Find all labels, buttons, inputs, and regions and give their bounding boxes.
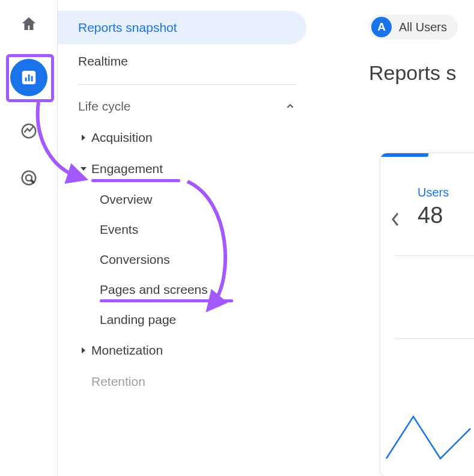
- nav-realtime[interactable]: Realtime: [58, 44, 306, 78]
- advertising-icon[interactable]: [17, 166, 41, 190]
- chevron-left-icon[interactable]: [390, 211, 401, 230]
- card-divider: [395, 255, 474, 256]
- metric-card: Users 48: [380, 153, 474, 476]
- caret-down-icon: [76, 166, 91, 172]
- reports-icon[interactable]: [10, 59, 47, 96]
- nav-label: Monetization: [91, 343, 163, 358]
- nav-label: Events: [100, 222, 138, 237]
- explore-icon[interactable]: [17, 119, 41, 143]
- audience-chip[interactable]: A All Users: [369, 14, 458, 40]
- metric-label: Users: [418, 186, 449, 200]
- nav-label: Engagement: [91, 162, 163, 176]
- reports-nav-panel: Reports snapshot Realtime Life cycle Acq…: [58, 0, 315, 476]
- nav-cat-engagement[interactable]: Engagement: [58, 153, 315, 185]
- caret-right-icon: [76, 347, 91, 354]
- nav-label: Reports snapshot: [78, 20, 177, 35]
- chip-badge: A: [371, 17, 392, 37]
- metric-value: 48: [418, 203, 443, 228]
- nav-sub-conversions[interactable]: Conversions: [58, 245, 315, 275]
- svg-rect-2: [28, 75, 29, 81]
- svg-rect-1: [25, 78, 26, 81]
- nav-section-label: Life cycle: [78, 99, 131, 114]
- nav-label: Acquisition: [91, 130, 153, 145]
- nav-cat-monetization[interactable]: Monetization: [58, 335, 315, 366]
- nav-cat-retention[interactable]: Retention: [58, 366, 315, 397]
- nav-label: Overview: [100, 192, 153, 207]
- svg-rect-3: [31, 76, 32, 82]
- page-title: Reports s: [369, 61, 474, 85]
- annotation-underline-engagement: [91, 179, 180, 182]
- caret-right-icon: [76, 134, 91, 141]
- card-divider: [395, 338, 474, 339]
- svg-point-6: [26, 175, 32, 181]
- nav-label: Landing page: [100, 313, 176, 327]
- nav-cat-acquisition[interactable]: Acquisition: [58, 122, 315, 153]
- home-icon[interactable]: [17, 12, 41, 36]
- left-icon-rail: [0, 0, 58, 476]
- nav-reports-snapshot[interactable]: Reports snapshot: [58, 11, 306, 44]
- chevron-up-icon: [284, 100, 297, 113]
- chip-letter: A: [377, 20, 386, 34]
- card-active-tab-indicator: [380, 153, 428, 157]
- nav-label: Realtime: [78, 54, 128, 69]
- nav-sub-pages-and-screens[interactable]: Pages and screens: [58, 275, 315, 305]
- nav-label: Conversions: [100, 252, 170, 267]
- nav-sub-overview[interactable]: Overview: [58, 185, 315, 215]
- nav-label: Pages and screens: [100, 282, 208, 297]
- nav-divider: [78, 84, 297, 85]
- nav-label: Retention: [91, 374, 145, 389]
- annotation-underline-pages: [100, 299, 233, 302]
- nav-sub-landing-page[interactable]: Landing page: [58, 305, 315, 335]
- chip-label: All Users: [399, 20, 447, 34]
- nav-section-lifecycle[interactable]: Life cycle: [58, 91, 315, 122]
- nav-sub-events[interactable]: Events: [58, 215, 315, 245]
- sparkline-chart: [380, 380, 474, 476]
